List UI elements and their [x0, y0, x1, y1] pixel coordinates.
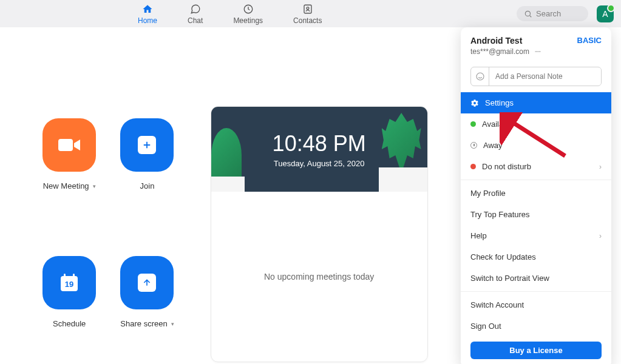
- menu-settings[interactable]: Settings: [461, 92, 611, 113]
- action-schedule: 19 Schedule: [42, 256, 96, 362]
- time-text: 10:48 PM: [273, 131, 366, 157]
- emoji-icon[interactable]: [471, 67, 489, 86]
- avatar[interactable]: A: [597, 5, 614, 22]
- buy-license-button[interactable]: Buy a License: [470, 342, 602, 359]
- menu-my-profile[interactable]: My Profile: [461, 183, 611, 204]
- share-screen-label[interactable]: Share screen ▾: [120, 319, 174, 328]
- chevron-right-icon: ›: [599, 232, 602, 240]
- profile-email: tes***@gmail.com: [470, 47, 602, 56]
- personal-note[interactable]: [470, 67, 602, 86]
- link-icon: [533, 49, 543, 55]
- topbar-right: Search A: [517, 5, 614, 22]
- search-icon: [524, 10, 532, 18]
- home-icon: [141, 3, 154, 15]
- plan-badge: BASIC: [577, 36, 602, 45]
- tab-home-label: Home: [138, 16, 157, 25]
- meeting-banner: 10:48 PM Tuesday, August 25, 2020: [211, 107, 427, 192]
- menu-available[interactable]: Available: [461, 113, 611, 135]
- search-placeholder: Search: [536, 9, 561, 18]
- action-join: Join: [120, 118, 174, 224]
- new-meeting-label[interactable]: New Meeting ▾: [43, 181, 96, 190]
- share-screen-button[interactable]: [120, 256, 174, 309]
- no-meetings-text: No upcoming meetings today: [264, 272, 374, 281]
- new-meeting-button[interactable]: [42, 118, 96, 172]
- join-label: Join: [140, 181, 155, 190]
- chat-icon: [189, 3, 202, 15]
- meeting-panel: 10:48 PM Tuesday, August 25, 2020 No upc…: [211, 106, 428, 362]
- divider: [461, 180, 611, 180]
- tab-home[interactable]: Home: [138, 3, 157, 25]
- schedule-label: Schedule: [53, 319, 86, 328]
- date-text: Tuesday, August 25, 2020: [274, 159, 365, 168]
- decorative-plant-right: [373, 113, 427, 192]
- divider: [461, 291, 611, 292]
- clock-icon: [242, 3, 254, 15]
- calendar-icon: 19: [57, 271, 81, 295]
- status-green-icon: [470, 121, 476, 127]
- arrow-up-icon: [138, 274, 156, 292]
- tab-meetings-label: Meetings: [233, 16, 263, 25]
- menu-portrait[interactable]: Switch to Portrait View: [461, 268, 611, 289]
- chevron-down-icon: ▾: [171, 321, 174, 327]
- contacts-icon: [302, 3, 314, 15]
- menu-away[interactable]: Away: [461, 135, 611, 156]
- tab-contacts[interactable]: Contacts: [293, 3, 322, 25]
- svg-point-2: [307, 7, 309, 9]
- meeting-body: No upcoming meetings today: [211, 192, 427, 362]
- decorative-plant-left: [211, 128, 248, 192]
- svg-point-3: [525, 11, 530, 16]
- menu-try-features[interactable]: Try Top Features: [461, 204, 611, 225]
- svg-point-9: [477, 73, 484, 80]
- svg-rect-7: [73, 274, 75, 278]
- menu-help[interactable]: Help ›: [461, 225, 611, 246]
- chevron-down-icon: ▾: [93, 183, 96, 189]
- svg-rect-4: [58, 139, 73, 151]
- join-button[interactable]: [120, 118, 174, 172]
- profile-menu: Android Test tes***@gmail.com BASIC Sett…: [461, 27, 611, 364]
- plus-icon: [138, 136, 156, 154]
- action-grid: New Meeting ▾ Join 19 Schedule: [42, 118, 174, 362]
- tab-chat[interactable]: Chat: [188, 3, 203, 25]
- schedule-button[interactable]: 19: [42, 256, 96, 309]
- avatar-letter: A: [602, 9, 608, 19]
- tab-meetings[interactable]: Meetings: [233, 3, 263, 25]
- search-input[interactable]: Search: [517, 6, 588, 21]
- menu-check-updates[interactable]: Check for Updates: [461, 246, 611, 268]
- status-dnd-icon: [470, 164, 476, 169]
- svg-rect-6: [64, 274, 66, 278]
- chevron-right-icon: ›: [599, 163, 602, 171]
- profile-header: Android Test tes***@gmail.com BASIC: [461, 27, 611, 62]
- tab-contacts-label: Contacts: [293, 16, 322, 25]
- menu-switch-account[interactable]: Switch Account: [461, 294, 611, 315]
- svg-text:19: 19: [65, 280, 73, 289]
- menu-dnd[interactable]: Do not disturb ›: [461, 156, 611, 177]
- note-input[interactable]: [489, 68, 601, 85]
- menu-sign-out[interactable]: Sign Out: [461, 315, 611, 337]
- video-icon: [57, 136, 81, 153]
- action-new-meeting: New Meeting ▾: [42, 118, 96, 224]
- nav-tabs: Home Chat Meetings Contacts: [138, 3, 322, 25]
- status-away-icon: [470, 142, 477, 149]
- gear-icon: [470, 99, 479, 107]
- action-share-screen: Share screen ▾: [120, 256, 174, 362]
- tab-chat-label: Chat: [188, 16, 203, 25]
- top-bar: Home Chat Meetings Contacts Search A: [0, 0, 621, 27]
